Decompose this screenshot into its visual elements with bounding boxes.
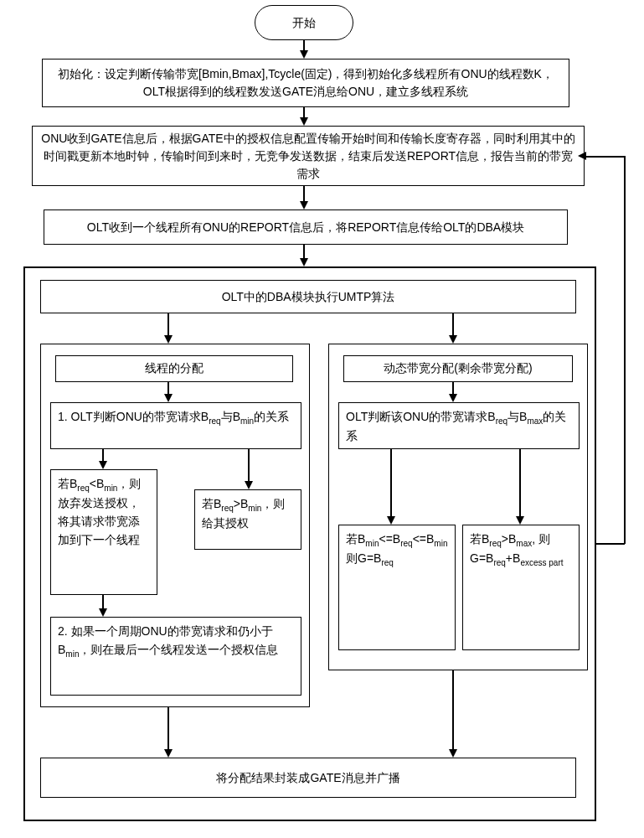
left-case-high-box: 若Breq>Bmin，则给其授权 bbox=[194, 489, 301, 550]
right-case-high-text: 若Breq>Bmax, 则G=Breq+Bexcess part bbox=[470, 532, 564, 565]
start-node: 开始 bbox=[255, 5, 353, 40]
broadcast-text: 将分配结果封装成GATE消息并广播 bbox=[216, 769, 399, 787]
arrow-icon bbox=[99, 461, 107, 469]
arrow-icon bbox=[387, 516, 395, 525]
arrow-icon bbox=[99, 608, 107, 617]
arrow-icon bbox=[164, 394, 173, 402]
right-case-high-box: 若Breq>Bmax, 则G=Breq+Bexcess part bbox=[462, 525, 580, 650]
olt-report-node: OLT收到一个线程所有ONU的REPORT信息后，将REPORT信息传给OLT的… bbox=[44, 210, 568, 245]
left-case-low-text: 若Breq<Bmin，则放弃发送授权，将其请求带宽添加到下一个线程 bbox=[58, 477, 141, 546]
right-rule-text: OLT判断该ONU的带宽请求Breq与Bmax的关系 bbox=[346, 410, 566, 442]
left-rule1-text: 1. OLT判断ONU的带宽请求Breq与Bmin的关系 bbox=[58, 410, 289, 423]
arrow-icon bbox=[449, 394, 457, 402]
left-case-low-box: 若Breq<Bmin，则放弃发送授权，将其请求带宽添加到下一个线程 bbox=[50, 469, 157, 595]
arrow-icon bbox=[300, 258, 308, 266]
edge-left-broadcast bbox=[167, 707, 169, 754]
olt-report-text: OLT收到一个线程所有ONU的REPORT信息后，将REPORT信息传给OLT的… bbox=[87, 219, 524, 236]
dba-alloc-title-text: 动态带宽分配(剩余带宽分配) bbox=[384, 361, 532, 376]
arrow-icon bbox=[449, 335, 457, 344]
start-label: 开始 bbox=[292, 14, 316, 32]
init-text: 初始化：设定判断传输带宽[Bmin,Bmax],Tcycle(固定)，得到初始化… bbox=[51, 65, 560, 101]
flowchart: 开始 初始化：设定判断传输带宽[Bmin,Bmax],Tcycle(固定)，得到… bbox=[0, 0, 644, 838]
left-rule2-box: 2. 如果一个周期ONU的带宽请求和仍小于Bmin，则在最后一个线程发送一个授权… bbox=[50, 617, 301, 696]
loopback-v bbox=[624, 156, 626, 544]
onu-gate-text: ONU收到GATE信息后，根据GATE中的授权信息配置传输开始时间和传输长度寄存… bbox=[41, 130, 575, 183]
right-rule-box: OLT判断该ONU的带宽请求Breq与Bmax的关系 bbox=[338, 402, 580, 449]
thread-alloc-title: 线程的分配 bbox=[55, 355, 293, 382]
umtp-title-node: OLT中的DBA模块执行UMTP算法 bbox=[40, 280, 576, 313]
edge-right-case-mid bbox=[390, 449, 392, 521]
arrow-icon bbox=[300, 117, 308, 126]
arrow-icon bbox=[300, 201, 308, 210]
right-case-mid-text: 若Bmin<=Breq<=Bmin则G=Breq bbox=[346, 532, 447, 565]
broadcast-node: 将分配结果封装成GATE消息并广播 bbox=[40, 758, 576, 798]
thread-alloc-title-text: 线程的分配 bbox=[145, 361, 204, 376]
arrow-icon bbox=[449, 749, 457, 758]
umtp-title-text: OLT中的DBA模块执行UMTP算法 bbox=[222, 288, 395, 306]
arrow-icon bbox=[164, 749, 173, 758]
left-case-high-text: 若Breq>Bmin，则给其授权 bbox=[202, 497, 285, 530]
dba-alloc-title: 动态带宽分配(剩余带宽分配) bbox=[343, 355, 573, 382]
arrow-icon bbox=[164, 335, 173, 344]
edge-right-case-high bbox=[519, 449, 521, 521]
right-case-mid-box: 若Bmin<=Breq<=Bmin则G=Breq bbox=[338, 525, 456, 650]
loopback-h1 bbox=[596, 543, 625, 545]
left-rule2-text: 2. 如果一个周期ONU的带宽请求和仍小于Bmin，则在最后一个线程发送一个授权… bbox=[58, 624, 278, 656]
arrow-icon bbox=[300, 50, 308, 59]
arrow-icon bbox=[245, 481, 253, 489]
arrow-icon bbox=[578, 152, 586, 160]
edge-right-broadcast bbox=[452, 670, 454, 754]
init-node: 初始化：设定判断传输带宽[Bmin,Bmax],Tcycle(固定)，得到初始化… bbox=[42, 59, 569, 107]
arrow-icon bbox=[516, 516, 524, 525]
onu-gate-node: ONU收到GATE信息后，根据GATE中的授权信息配置传输开始时间和传输长度寄存… bbox=[32, 126, 585, 186]
loopback-h2 bbox=[585, 156, 625, 158]
left-rule1-box: 1. OLT判断ONU的带宽请求Breq与Bmin的关系 bbox=[50, 402, 301, 449]
